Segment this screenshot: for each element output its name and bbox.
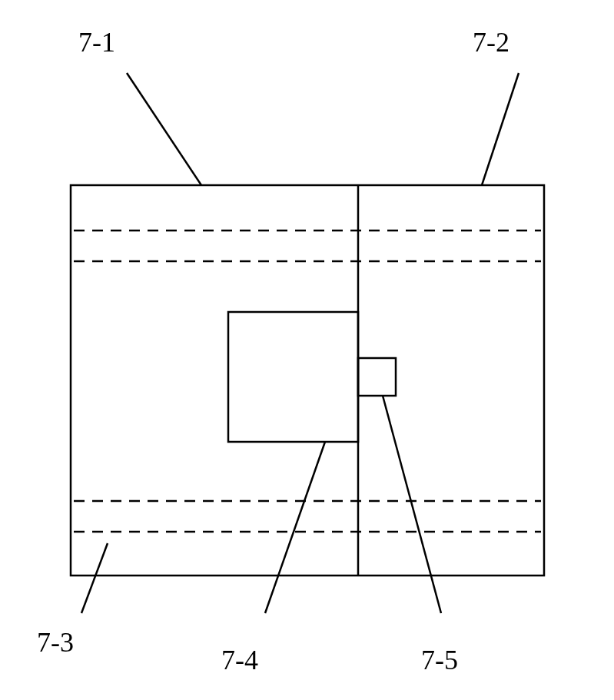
box-small [358,358,396,396]
svg-line-6 [81,543,108,613]
dashed-lines [74,231,541,532]
svg-line-8 [383,396,441,613]
svg-line-4 [127,73,201,185]
box-large [228,312,358,442]
diagram-svg [0,0,614,700]
svg-line-7 [265,442,325,613]
svg-line-5 [482,73,519,185]
outer-rect [71,185,544,576]
